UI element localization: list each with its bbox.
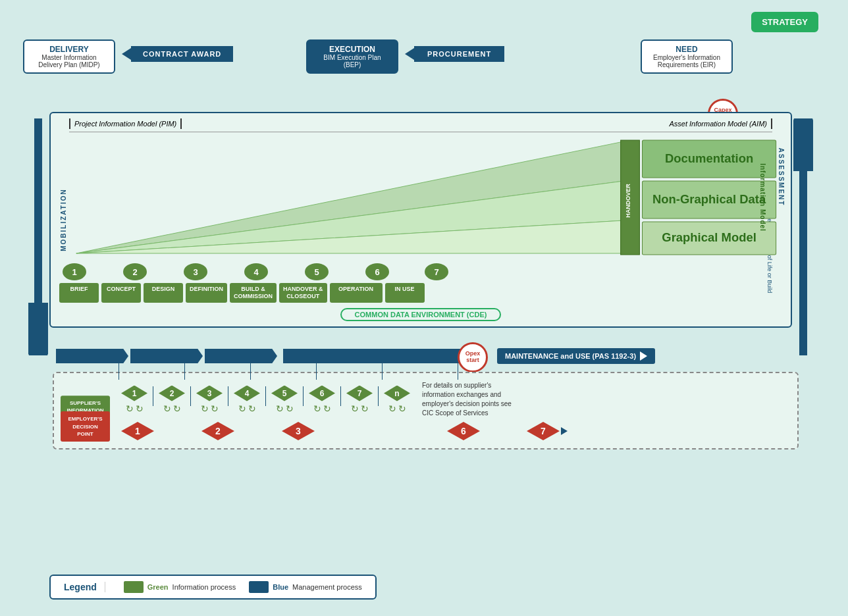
legend-blue-desc: Management process — [292, 583, 362, 591]
employer-dp-2: 2 — [201, 422, 234, 440]
stage-operation: OPERATION — [330, 283, 383, 303]
info-model-label: Information Model — [760, 163, 767, 232]
legend-container: Legend Green Information process Blue Ma… — [49, 575, 377, 600]
flow-arrow-2 — [130, 349, 203, 363]
green-diamonds-row: 1 ↻ ↻ 2 ↻ ↻ — [121, 381, 791, 418]
legend-green-item: Green Information process — [124, 581, 236, 593]
legend-blue-color — [249, 581, 269, 593]
down-arrow-4 — [316, 363, 317, 380]
stage-oval-3: 3 — [184, 263, 207, 280]
down-arrow-2 — [184, 363, 185, 380]
stage-brief: BRIEF — [59, 283, 99, 303]
down-arrow-3 — [250, 363, 251, 380]
stage-oval-6: 6 — [365, 263, 389, 280]
legend-title: Legend — [64, 582, 105, 592]
main-diagram-box: MOBILIZATION ASSESSMENT Maintain, Refurb… — [49, 112, 792, 328]
employer-dp-3: 3 — [282, 422, 315, 440]
employer-dp-7-container: 7 — [527, 422, 560, 440]
legend-green-desc: Information process — [172, 583, 236, 591]
right-flow-arrow — [793, 118, 813, 355]
legend-green-label: Green — [147, 583, 169, 591]
down-arrow-5 — [382, 363, 383, 380]
pim-aim-divider — [69, 132, 772, 132]
pim-section: Project Information Model (PIM) — [69, 118, 182, 129]
svg-text:HANDOVER: HANDOVER — [625, 184, 631, 218]
supplier-exchange-1: 1 ↻ ↻ — [121, 386, 147, 414]
cycle-icon-1a: ↻ — [126, 403, 134, 414]
stage-oval-2: 2 — [123, 263, 147, 280]
legend-blue-label: Blue — [273, 583, 288, 591]
contract-award-arrow: CONTRACT AWARD — [122, 46, 233, 62]
employer-decision-label: EMPLOYER'S DECISION POINT — [61, 411, 110, 442]
wedge-area: Documentation Non-Graphical Data Graphic… — [56, 135, 785, 260]
supplier-exchange-3: 3 ↻ ↻ — [196, 386, 223, 414]
cycle-icon-1b: ↻ — [136, 403, 144, 414]
aim-section: Asset Information Model (AIM) — [669, 118, 772, 129]
employer-dp-1: 1 — [121, 422, 154, 440]
legend-blue-item: Blue Management process — [249, 581, 362, 593]
flow-arrow-wide — [283, 349, 467, 363]
stage-design: DESIGN — [144, 283, 183, 303]
supplier-exchange-6: 6 ↻ ↻ — [309, 386, 335, 414]
down-arrow-1 — [119, 363, 119, 380]
maintenance-bar: MAINTENANCE and USE (PAS 1192-3) — [497, 348, 655, 364]
execution-box: EXECUTION BIM Execution Plan (BEP) — [306, 39, 398, 74]
stage-build: BUILD &COMMISSION — [230, 283, 277, 303]
opex-circle: Opex start — [458, 342, 488, 372]
flow-arrow-1 — [56, 349, 128, 363]
stage-definition: DEFINITION — [186, 283, 227, 303]
stage-oval-1: 1 — [63, 263, 86, 280]
left-flow-arrow — [28, 118, 48, 355]
stage-oval-4: 4 — [244, 263, 268, 280]
pim-label: Project Information Model (PIM) — [74, 120, 176, 128]
pim-aim-row: Project Information Model (PIM) Asset In… — [56, 118, 785, 129]
red-diamonds-row: 1 2 3 6 7 — [121, 422, 791, 440]
supplier-exchange-n: n ↻ ↻ — [384, 386, 410, 414]
stage-in-use: IN USE — [385, 283, 425, 303]
down-arrow-6 — [458, 363, 458, 380]
stage-boxes-row: BRIEF CONCEPT DESIGN DEFINITION BUILD &C… — [56, 283, 785, 303]
svg-text:Non-Graphical Data: Non-Graphical Data — [652, 192, 766, 206]
cde-container: COMMON DATA ENVIRONMENT (CDE) — [56, 308, 785, 321]
svg-text:Graphical Model: Graphical Model — [662, 230, 756, 244]
stage-ovals-row: 1 2 3 4 5 6 7 — [56, 263, 785, 280]
stage-oval-7: 7 — [425, 263, 448, 280]
supplier-section: SUPPLIER'S INFORMATION EXCHANGE EMPLOYER… — [53, 372, 799, 449]
svg-text:Documentation: Documentation — [665, 151, 753, 165]
flow-arrow-3 — [205, 349, 277, 363]
employer-dp-7: 7 — [527, 422, 560, 440]
stage-handover: HANDOVER &CLOSEOUT — [279, 283, 327, 303]
supplier-exchange-2: 2 ↻ ↻ — [159, 386, 185, 414]
employer-dp-6: 6 — [447, 422, 480, 440]
supplier-exchange-5: 5 ↻ ↻ — [271, 386, 298, 414]
supplier-note: For details on supplier's information ex… — [422, 381, 521, 418]
stage-concept: CONCEPT — [101, 283, 141, 303]
supplier-exchange-7: 7 ↻ ↻ — [346, 386, 373, 414]
strategy-button: STRATEGY — [751, 12, 818, 32]
cde-label: COMMON DATA ENVIRONMENT (CDE) — [340, 308, 502, 321]
delivery-box: DELIVERY Master Information Delivery Pla… — [23, 39, 115, 74]
strategy-label: STRATEGY — [751, 12, 818, 32]
stage-oval-5: 5 — [305, 263, 329, 280]
need-box: NEED Employer's Information Requirements… — [641, 39, 733, 74]
supplier-exchange-4: 4 ↻ ↻ — [234, 386, 260, 414]
legend-green-color — [124, 581, 144, 593]
aim-label: Asset Information Model (AIM) — [669, 120, 767, 128]
legend-box: Legend Green Information process Blue Ma… — [49, 575, 377, 600]
procurement-arrow: PROCUREMENT — [405, 46, 504, 62]
